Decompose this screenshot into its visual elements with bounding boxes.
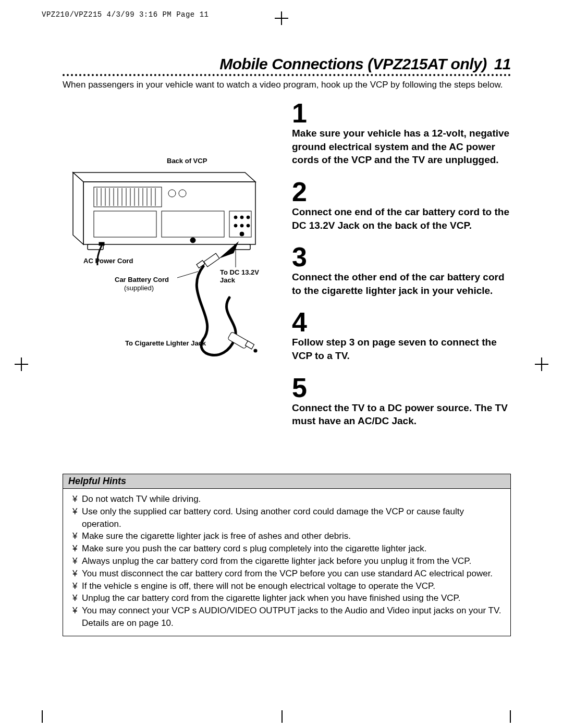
step-number: 4: [292, 309, 511, 336]
svg-marker-2: [73, 172, 83, 244]
svg-point-30: [247, 216, 250, 219]
hint-item: Make sure the cigarette lighter jack is …: [72, 530, 503, 542]
helpful-hints-list: Do not watch TV while driving. Use only …: [63, 489, 510, 636]
page-title-text: Mobile Connections (VPZ215AT only): [219, 55, 486, 72]
svg-rect-36: [204, 253, 219, 267]
steps-column: 1 Make sure your vehicle has a 12-volt, …: [292, 100, 511, 439]
step-number: 5: [292, 374, 511, 401]
step-text: Follow step 3 on page seven to connect t…: [292, 336, 511, 362]
vcp-diagram: Back of VCP AC Power Cord Car Battery Co…: [63, 157, 271, 428]
page-content: Mobile Connections (VPZ215AT only) 11 Wh…: [42, 55, 532, 636]
helpful-hints-heading: Helpful Hints: [63, 474, 510, 489]
svg-rect-27: [99, 242, 104, 245]
diagram-label-dc-jack: To DC 13.2V Jack: [220, 268, 271, 284]
svg-point-28: [234, 216, 237, 219]
dotted-rule: [63, 74, 511, 76]
step-2: 2 Connect one end of the car battery cor…: [292, 178, 511, 232]
step-4: 4 Follow step 3 on page seven to connect…: [292, 309, 511, 362]
hint-item: If the vehicle s engine is off, there wi…: [72, 580, 503, 593]
page-number: 11: [494, 55, 511, 72]
svg-point-31: [234, 224, 237, 227]
hint-item: Do not watch TV while driving.: [72, 493, 503, 505]
hint-item: Unplug the car battery cord from the cig…: [72, 592, 503, 604]
step-3: 3 Connect the other end of the car batte…: [292, 243, 511, 297]
print-meta-header: VPZ210/VPZ215 4/3/99 3:16 PM Page 11: [42, 10, 532, 19]
step-text: Connect one end of the car battery cord …: [292, 205, 511, 232]
svg-point-33: [247, 224, 250, 227]
vcp-diagram-svg: [63, 157, 271, 428]
step-text: Make sure your vehicle has a 12-volt, ne…: [292, 127, 511, 167]
svg-marker-0: [73, 172, 255, 182]
two-column-layout: Back of VCP AC Power Cord Car Battery Co…: [63, 100, 511, 464]
step-number: 2: [292, 178, 511, 205]
page-title: Mobile Connections (VPZ215AT only) 11: [219, 55, 511, 72]
step-text: Connect the other end of the car battery…: [292, 270, 511, 297]
svg-line-39: [177, 272, 198, 278]
hint-item: Always unplug the car battery cord from …: [72, 555, 503, 567]
hint-item: You may connect your VCP s AUDIO/VIDEO O…: [72, 604, 503, 630]
svg-point-42: [254, 349, 257, 352]
step-number: 1: [292, 100, 511, 127]
svg-point-29: [240, 216, 243, 219]
diagram-label-ac-power-cord: AC Power Cord: [83, 257, 133, 265]
svg-point-32: [240, 224, 243, 227]
page-title-line: Mobile Connections (VPZ215AT only) 11: [63, 55, 511, 73]
diagram-label-cigarette-jack: To Cigarette Lighter Jack: [125, 339, 206, 347]
step-5: 5 Connect the TV to a DC power source. T…: [292, 374, 511, 428]
manual-page: VPZ210/VPZ215 4/3/99 3:16 PM Page 11 Mob…: [0, 0, 563, 728]
hint-item: You must disconnect the car battery cord…: [72, 567, 503, 580]
step-number: 3: [292, 243, 511, 270]
step-text: Connect the TV to a DC power source. The…: [292, 401, 511, 428]
helpful-hints-box: Helpful Hints Do not watch TV while driv…: [63, 474, 511, 636]
diagram-label-supplied: (supplied): [124, 284, 154, 292]
diagram-label-back-of-vcp: Back of VCP: [167, 157, 207, 165]
hint-item: Use only the supplied car battery cord. …: [72, 505, 503, 530]
step-1: 1 Make sure your vehicle has a 12-volt, …: [292, 100, 511, 167]
hint-item: Make sure you push the car battery cord …: [72, 542, 503, 555]
intro-paragraph: When passengers in your vehicle want to …: [63, 79, 511, 91]
svg-point-34: [240, 232, 244, 236]
svg-point-26: [190, 238, 195, 243]
diagram-column: Back of VCP AC Power Cord Car Battery Co…: [63, 100, 282, 464]
diagram-label-car-battery-cord: Car Battery Cord: [115, 276, 169, 283]
